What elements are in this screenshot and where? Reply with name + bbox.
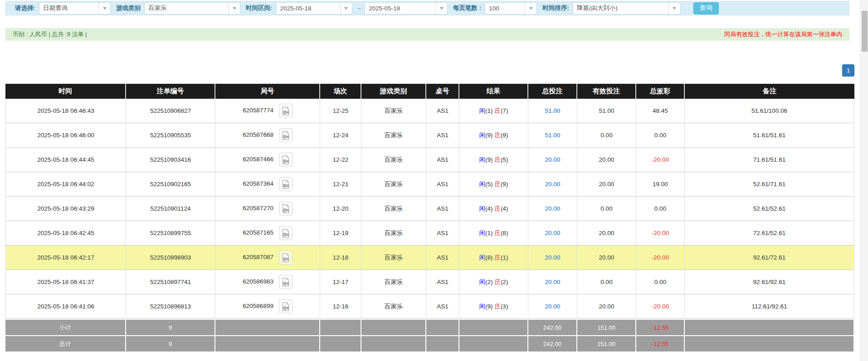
player-score: (1): [485, 107, 493, 114]
round-id-text: 620587668: [243, 131, 273, 138]
table-no-cell: AS1: [426, 294, 459, 319]
round-id-text: 620586899: [243, 303, 273, 309]
scrollbar-thumb[interactable]: [862, 11, 868, 52]
game-type-select[interactable]: 百家乐: [144, 2, 240, 14]
game-type-cell: 百家乐: [361, 123, 426, 148]
video-file-icon: [282, 131, 290, 140]
round-id-cell: 620587165: [215, 221, 320, 245]
video-replay-button[interactable]: [279, 226, 293, 240]
game-type-cell: 百家乐: [361, 148, 426, 172]
player-label: 闲: [479, 303, 486, 310]
bet-id-cell: 522510899755: [126, 221, 215, 245]
player-label: 闲: [479, 132, 486, 139]
footer-empty-cell: [361, 335, 426, 351]
session-cell: 12-24: [320, 123, 361, 148]
chevron-down-icon: [340, 3, 352, 14]
table-row[interactable]: 2025-05-18 06:42:17522510898903620587087…: [5, 245, 854, 270]
table-row[interactable]: 2025-05-18 06:46:00522510905535620587668…: [5, 123, 854, 148]
bet-id-cell: 522510898903: [126, 245, 215, 270]
video-replay-button[interactable]: [279, 202, 293, 216]
date-from-select[interactable]: 2025-05-18: [276, 2, 352, 14]
subtotal-row: 小计9242.00151.00-12.55: [5, 319, 854, 335]
game-type-cell: 百家乐: [361, 245, 426, 270]
table-row[interactable]: 2025-05-18 06:44:02522510902165620587364…: [5, 172, 854, 197]
valid-bet-cell: 20.00: [577, 172, 636, 197]
video-file-icon: [282, 180, 290, 189]
table-no-cell: AS1: [426, 99, 459, 123]
valid-bet-cell: 0.00: [577, 197, 636, 221]
total-bet-link[interactable]: 20.00: [545, 303, 561, 310]
total-bet-cell: 20.00: [528, 270, 577, 294]
time-cell: 2025-05-18 06:41:06: [5, 294, 126, 319]
round-id-text: 620587774: [243, 107, 273, 114]
video-replay-button[interactable]: [279, 177, 293, 191]
session-cell: 12-16: [320, 294, 361, 319]
footer-empty-cell: [320, 335, 361, 351]
round-id-text: 620587087: [243, 254, 273, 260]
video-replay-button[interactable]: [279, 250, 293, 265]
query-type-select[interactable]: 日期查询: [39, 2, 111, 14]
result-cell: 闲(2) 庄(2): [459, 270, 528, 294]
round-id-cell: 620586983: [215, 270, 320, 294]
page-size-select[interactable]: 100: [485, 2, 537, 14]
payout-cell: 48.45: [636, 99, 685, 123]
total-bet-link[interactable]: 20.00: [545, 254, 561, 261]
table-row[interactable]: 2025-05-18 06:44:45522510903416620587466…: [5, 148, 854, 172]
result-cell: 闲(9) 庄(9): [459, 123, 528, 148]
total-bet-cell: 20.00: [528, 172, 577, 197]
payout-cell: 19.00: [636, 172, 685, 197]
time-cell: 2025-05-18 06:44:02: [5, 172, 126, 197]
time-sort-select[interactable]: 降冪(由大到小): [573, 2, 681, 14]
payout-cell: 0.00: [636, 123, 685, 148]
total-bet-link[interactable]: 51.00: [545, 132, 561, 139]
date-range-label: 时间区间:: [246, 4, 273, 12]
total-bet-link[interactable]: 20.00: [545, 279, 561, 285]
time-sort-label: 时间排序:: [542, 4, 569, 12]
table-row[interactable]: 2025-05-18 06:41:37522510897741620586983…: [5, 270, 854, 294]
banker-score: (5): [501, 156, 508, 163]
vertical-scrollbar[interactable]: [860, 0, 868, 361]
column-header: 游戏类别: [361, 84, 426, 99]
total-bet-link[interactable]: 20.00: [545, 230, 561, 236]
video-replay-button[interactable]: [279, 153, 293, 167]
column-header: 时间: [5, 84, 126, 99]
table-row[interactable]: 2025-05-18 06:42:45522510899755620587165…: [5, 221, 854, 245]
game-type-cell: 百家乐: [361, 270, 426, 294]
date-range-separator: ~: [358, 5, 361, 12]
pagination-page-1[interactable]: 1: [842, 64, 854, 77]
table-row[interactable]: 2025-05-18 06:46:43522510906827620587774…: [5, 99, 854, 123]
date-to-select[interactable]: 2025-05-18: [365, 2, 448, 14]
result-cell: 闲(9) 庄(5): [459, 148, 528, 172]
round-id-text: 620587270: [243, 205, 273, 212]
footer-empty-cell: [320, 319, 361, 335]
bet-id-cell: 522510896813: [126, 294, 215, 319]
footer-label: 小计: [5, 319, 126, 335]
search-button[interactable]: 查询: [693, 2, 719, 14]
grandtotal-row: 总计9242.00151.00-12.55: [5, 335, 854, 351]
player-label: 闲: [479, 230, 486, 236]
table-row[interactable]: 2025-05-18 06:43:29522510901124620587270…: [5, 197, 854, 221]
query-type-value: 日期查询: [39, 4, 98, 12]
total-bet-cell: 20.00: [528, 245, 577, 270]
round-id-cell: 620587270: [215, 197, 320, 221]
payout-cell: 0.00: [636, 270, 685, 294]
table-no-cell: AS1: [426, 245, 459, 270]
total-bet-link[interactable]: 51.00: [545, 107, 561, 114]
total-bet-link[interactable]: 20.00: [545, 181, 561, 188]
total-bet-link[interactable]: 20.00: [545, 205, 561, 212]
video-replay-button[interactable]: [279, 104, 293, 118]
round-id-text: 620587466: [243, 156, 273, 163]
game-type-cell: 百家乐: [361, 221, 426, 245]
chevron-down-icon: [435, 3, 447, 14]
video-replay-button[interactable]: [279, 128, 293, 142]
round-id-cell: 620587466: [215, 148, 320, 172]
total-bet-cell: 20.00: [528, 148, 577, 172]
total-bet-cell: 20.00: [528, 221, 577, 245]
round-id-text: 620587364: [243, 180, 273, 187]
total-bet-link[interactable]: 20.00: [545, 156, 561, 163]
video-replay-button[interactable]: [279, 299, 293, 313]
video-replay-button[interactable]: [279, 275, 293, 289]
remark-cell: 72.61/52.61: [685, 221, 854, 245]
table-row[interactable]: 2025-05-18 06:41:06522510896813620586899…: [5, 294, 854, 319]
session-cell: 12-18: [320, 245, 361, 270]
